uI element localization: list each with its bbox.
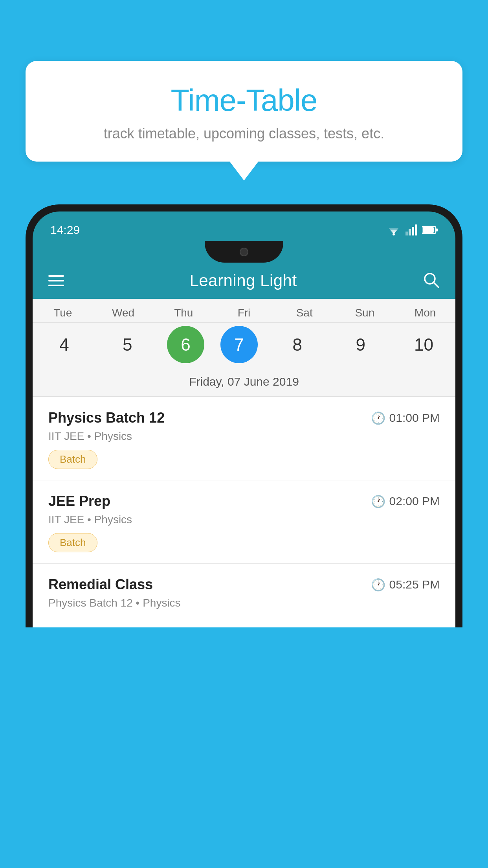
phone-outer: 14:29 bbox=[26, 204, 462, 627]
date-10[interactable]: 10 bbox=[400, 326, 447, 363]
day-sat: Sat bbox=[281, 307, 328, 319]
notch-area bbox=[33, 241, 455, 263]
date-9[interactable]: 9 bbox=[337, 326, 384, 363]
schedule-item-3[interactable]: Remedial Class 🕐 05:25 PM Physics Batch … bbox=[33, 564, 455, 627]
schedule-time-1: 🕐 01:00 PM bbox=[371, 411, 440, 425]
battery-icon bbox=[422, 225, 438, 235]
time-value-1: 01:00 PM bbox=[389, 411, 440, 425]
notch bbox=[205, 241, 283, 263]
schedule-time-2: 🕐 02:00 PM bbox=[371, 495, 440, 508]
svg-line-12 bbox=[434, 283, 438, 287]
app-header: Learning Light bbox=[33, 263, 455, 299]
selected-date-label: Friday, 07 June 2019 bbox=[33, 371, 455, 397]
day-mon: Mon bbox=[402, 307, 449, 319]
time-value-3: 05:25 PM bbox=[389, 578, 440, 591]
svg-rect-9 bbox=[423, 227, 434, 233]
day-thu: Thu bbox=[160, 307, 207, 319]
phone-screen: 14:29 bbox=[33, 211, 455, 627]
bubble-subtitle: track timetable, upcoming classes, tests… bbox=[49, 125, 439, 142]
time-value-2: 02:00 PM bbox=[389, 495, 440, 508]
phone-container: 14:29 bbox=[26, 204, 462, 868]
schedule-list: Physics Batch 12 🕐 01:00 PM IIT JEE • Ph… bbox=[33, 397, 455, 627]
schedule-item-2[interactable]: JEE Prep 🕐 02:00 PM IIT JEE • Physics Ba… bbox=[33, 480, 455, 564]
day-fri: Fri bbox=[220, 307, 268, 319]
svg-rect-4 bbox=[405, 232, 408, 235]
schedule-item-1[interactable]: Physics Batch 12 🕐 01:00 PM IIT JEE • Ph… bbox=[33, 397, 455, 480]
app-title: Learning Light bbox=[189, 271, 297, 290]
schedule-name-1: Physics Batch 12 bbox=[48, 410, 165, 426]
search-button[interactable] bbox=[422, 271, 440, 290]
day-sun: Sun bbox=[341, 307, 388, 319]
wifi-icon bbox=[387, 224, 401, 235]
status-time: 14:29 bbox=[50, 223, 80, 237]
date-5[interactable]: 5 bbox=[104, 326, 151, 363]
batch-badge-1: Batch bbox=[48, 450, 97, 469]
date-4[interactable]: 4 bbox=[40, 326, 88, 363]
svg-point-3 bbox=[393, 233, 395, 235]
calendar-days-header: Tue Wed Thu Fri Sat Sun Mon bbox=[33, 299, 455, 323]
signal-icon bbox=[405, 224, 417, 235]
clock-icon-3: 🕐 bbox=[371, 578, 385, 592]
schedule-item-3-top: Remedial Class 🕐 05:25 PM bbox=[48, 576, 440, 593]
date-8[interactable]: 8 bbox=[274, 326, 321, 363]
schedule-name-3: Remedial Class bbox=[48, 576, 153, 593]
date-6-today[interactable]: 6 bbox=[167, 326, 204, 363]
batch-badge-2: Batch bbox=[48, 533, 97, 552]
calendar-dates-row: 4 5 6 7 8 9 10 bbox=[33, 323, 455, 371]
svg-rect-6 bbox=[412, 227, 414, 235]
schedule-time-3: 🕐 05:25 PM bbox=[371, 578, 440, 592]
schedule-meta-2: IIT JEE • Physics bbox=[48, 513, 440, 526]
clock-icon-1: 🕐 bbox=[371, 411, 385, 425]
speech-bubble: Time-Table track timetable, upcoming cla… bbox=[26, 61, 462, 162]
svg-rect-7 bbox=[415, 224, 417, 235]
schedule-item-1-top: Physics Batch 12 🕐 01:00 PM bbox=[48, 410, 440, 426]
svg-rect-10 bbox=[436, 228, 438, 232]
status-icons bbox=[387, 224, 438, 235]
schedule-meta-3: Physics Batch 12 • Physics bbox=[48, 597, 440, 609]
svg-rect-5 bbox=[409, 229, 411, 235]
status-bar: 14:29 bbox=[33, 211, 455, 241]
day-wed: Wed bbox=[100, 307, 147, 319]
bubble-title: Time-Table bbox=[49, 83, 439, 118]
schedule-meta-1: IIT JEE • Physics bbox=[48, 430, 440, 443]
date-7-selected[interactable]: 7 bbox=[220, 326, 258, 363]
camera bbox=[240, 248, 248, 256]
day-tue: Tue bbox=[39, 307, 86, 319]
schedule-name-2: JEE Prep bbox=[48, 493, 110, 509]
clock-icon-2: 🕐 bbox=[371, 495, 385, 508]
menu-icon[interactable] bbox=[48, 275, 64, 286]
schedule-item-2-top: JEE Prep 🕐 02:00 PM bbox=[48, 493, 440, 509]
